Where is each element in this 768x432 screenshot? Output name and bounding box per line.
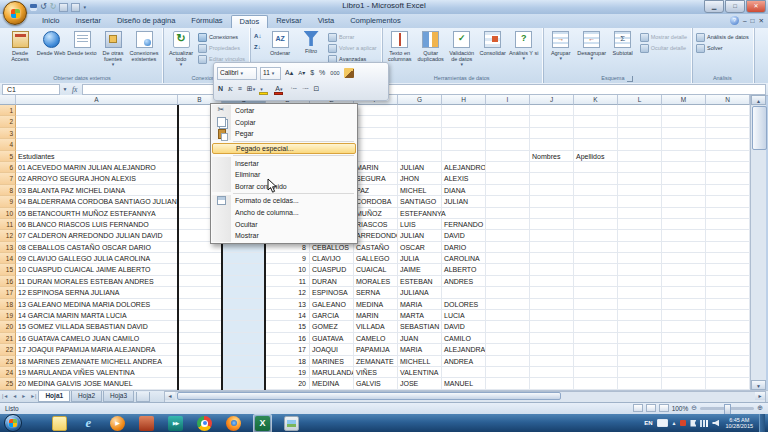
cell-h5[interactable] <box>442 151 486 162</box>
ribbon-button-conexiones[interactable]: Conexiones <box>197 32 246 42</box>
fx-icon[interactable]: fx <box>72 85 77 94</box>
cell-g15[interactable]: JAIME <box>398 264 442 275</box>
cell-l7[interactable] <box>618 173 662 184</box>
cell-m4[interactable] <box>662 139 706 150</box>
cell-j9[interactable] <box>530 196 574 207</box>
cell-i13[interactable] <box>486 242 530 253</box>
cell-j12[interactable] <box>530 230 574 241</box>
cell-a21[interactable]: 16 GUATAVA CAMELO JUAN CAMILO <box>16 333 178 344</box>
cell-a3[interactable] <box>16 128 178 139</box>
cell-h1[interactable] <box>442 105 486 116</box>
cell-j22[interactable] <box>530 344 574 355</box>
cell-j15[interactable] <box>530 264 574 275</box>
cell-h18[interactable]: DOLORES <box>442 299 486 310</box>
merge-center-icon[interactable]: ⊡ <box>313 83 321 95</box>
cell-c23[interactable] <box>222 356 266 367</box>
cell-k2[interactable] <box>574 116 618 127</box>
row-header-1[interactable]: 1 <box>0 105 16 116</box>
cell-g22[interactable]: MARIA <box>398 344 442 355</box>
menu-item-mostrar[interactable]: Mostrar <box>212 230 356 242</box>
horizontal-scroll-thumb[interactable] <box>177 392 561 400</box>
cell-i21[interactable] <box>486 333 530 344</box>
cell-i22[interactable] <box>486 344 530 355</box>
cell-g18[interactable]: MARIA <box>398 299 442 310</box>
cell-a9[interactable]: 04 BALDERRAMA CORDOBA SANTIAGO JULIAN <box>16 196 178 207</box>
cell-j7[interactable] <box>530 173 574 184</box>
cell-k16[interactable] <box>574 276 618 287</box>
row-header-10[interactable]: 10 <box>0 208 16 219</box>
row-header-15[interactable]: 15 <box>0 264 16 275</box>
cell-a6[interactable]: 01 ACEVEDO MARIN JULIAN ALEJANDRO <box>16 162 178 173</box>
cell-i16[interactable] <box>486 276 530 287</box>
ribbon-button-desde-access[interactable]: Desde Access <box>5 29 35 62</box>
column-header-m[interactable]: M <box>662 95 706 105</box>
cell-a2[interactable] <box>16 116 178 127</box>
cell-f9[interactable]: CORDOBA <box>354 196 398 207</box>
zoom-out-icon[interactable]: ⊖ <box>691 404 697 412</box>
cell-d20[interactable]: 15 <box>266 321 310 332</box>
menu-item-ocultar[interactable]: Ocultar <box>212 218 356 230</box>
clock[interactable]: 6:45 AM 10/28/2015 <box>725 417 753 430</box>
cell-l10[interactable] <box>618 208 662 219</box>
fill-color-icon[interactable]: ▾ <box>259 84 271 95</box>
cell-n16[interactable] <box>706 276 750 287</box>
zoom-in-icon[interactable]: ⊕ <box>757 404 763 412</box>
cell-m14[interactable] <box>662 253 706 264</box>
cell-e22[interactable]: JOAQUI <box>310 344 354 355</box>
cell-n24[interactable] <box>706 367 750 378</box>
tab-insertar[interactable]: Insertar <box>68 14 109 28</box>
font-size-select[interactable]: 11▾ <box>260 67 281 80</box>
cell-b20[interactable] <box>178 321 222 332</box>
cell-g19[interactable]: MARTA <box>398 310 442 321</box>
cell-i12[interactable] <box>486 230 530 241</box>
cell-g17[interactable]: JULIANA <box>398 287 442 298</box>
cell-h12[interactable]: DAVID <box>442 230 486 241</box>
cell-d25[interactable]: 20 <box>266 378 310 389</box>
cell-l11[interactable] <box>618 219 662 230</box>
taskbar-photo-viewer-icon[interactable] <box>282 414 301 432</box>
cell-n1[interactable] <box>706 105 750 116</box>
cell-j10[interactable] <box>530 208 574 219</box>
cell-k5[interactable]: Apellidos <box>574 151 618 162</box>
cell-n19[interactable] <box>706 310 750 321</box>
cell-h14[interactable]: CAROLINA <box>442 253 486 264</box>
cell-l5[interactable] <box>618 151 662 162</box>
row-header-19[interactable]: 19 <box>0 310 16 321</box>
cell-n12[interactable] <box>706 230 750 241</box>
cell-d18[interactable]: 13 <box>266 299 310 310</box>
cell-i2[interactable] <box>486 116 530 127</box>
cell-f20[interactable]: VILLADA <box>354 321 398 332</box>
cell-g6[interactable]: JULIAN <box>398 162 442 173</box>
cell-h7[interactable]: ALEXIS <box>442 173 486 184</box>
cell-f25[interactable]: GALVIS <box>354 378 398 389</box>
cell-m25[interactable] <box>662 378 706 389</box>
cell-l3[interactable] <box>618 128 662 139</box>
name-box-dropdown-icon[interactable]: ▼ <box>60 84 70 95</box>
cell-j25[interactable] <box>530 378 574 389</box>
cell-k15[interactable] <box>574 264 618 275</box>
row-header-23[interactable]: 23 <box>0 356 16 367</box>
cell-n5[interactable] <box>706 151 750 162</box>
cell-h11[interactable]: FERNANDO <box>442 219 486 230</box>
cell-a14[interactable]: 09 CLAVIJO GALLEGO JULIA CAROLINA <box>16 253 178 264</box>
sheet-tab-hoja3[interactable]: Hoja3 <box>103 391 134 402</box>
cell-g3[interactable] <box>398 128 442 139</box>
cell-g25[interactable]: JOSE <box>398 378 442 389</box>
horizontal-scrollbar[interactable]: ◄ ► <box>164 391 766 403</box>
cell-b22[interactable] <box>178 344 222 355</box>
cell-h6[interactable]: ALEJANDRO <box>442 162 486 173</box>
row-header-7[interactable]: 7 <box>0 173 16 184</box>
cell-f18[interactable]: MEDINA <box>354 299 398 310</box>
cell-i6[interactable] <box>486 162 530 173</box>
ribbon-button-subtotal[interactable]: Subtotal <box>608 29 638 56</box>
cell-m10[interactable] <box>662 208 706 219</box>
ribbon-button-borrar[interactable]: Borrar <box>327 32 378 42</box>
select-all-corner[interactable] <box>0 95 16 105</box>
cell-a1[interactable] <box>16 105 178 116</box>
column-header-j[interactable]: J <box>530 95 574 105</box>
ribbon-button-consolidar[interactable]: Consolidar <box>478 29 508 56</box>
cell-d14[interactable]: 9 <box>266 253 310 264</box>
cell-i4[interactable] <box>486 139 530 150</box>
network-icon[interactable] <box>700 420 708 427</box>
cell-c19[interactable] <box>222 310 266 321</box>
